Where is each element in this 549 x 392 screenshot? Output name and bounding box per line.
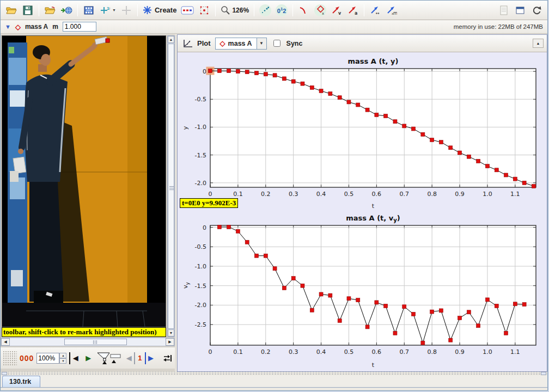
svg-text:0.5: 0.5: [344, 191, 354, 198]
window-layout-button[interactable]: [513, 3, 528, 17]
scroll-left-button[interactable]: ◀: [1, 338, 10, 346]
dropdown-arrow-button[interactable]: ▼: [257, 38, 266, 49]
player-grip[interactable]: [3, 351, 17, 366]
autotracker-button[interactable]: [197, 3, 212, 17]
rate-up-button[interactable]: ▲: [59, 353, 66, 358]
play-button[interactable]: ▶: [83, 352, 94, 364]
track-name-label[interactable]: mass A: [25, 23, 48, 30]
vector-arrow-icon: ↔: [370, 5, 381, 15]
svg-text:0.1: 0.1: [233, 191, 243, 198]
notes-button[interactable]: [496, 3, 511, 17]
scroll-up-button[interactable]: ▲: [168, 36, 174, 43]
svg-text:0.2: 0.2: [261, 191, 271, 198]
svg-text:0: 0: [209, 191, 212, 198]
tab-130trk[interactable]: 130.trk: [2, 376, 40, 387]
axes-button[interactable]: [119, 3, 134, 17]
svg-text:0: 0: [209, 348, 212, 356]
step-forward-button[interactable]: ▶: [145, 352, 156, 364]
path-curve-icon: [299, 6, 309, 15]
svg-text:0: 0: [203, 224, 206, 231]
acceleration-arrow-icon: a: [347, 5, 358, 15]
sync-label: Sync: [286, 40, 303, 47]
svg-text:-1.5: -1.5: [195, 152, 206, 159]
refresh-icon: [532, 5, 541, 15]
rate-input[interactable]: [36, 353, 59, 364]
save-button[interactable]: [20, 3, 35, 17]
step-back-button[interactable]: ◀: [124, 352, 135, 364]
momentum-button[interactable]: xm: [384, 3, 399, 17]
svg-text:0.8: 0.8: [427, 191, 437, 198]
vectors-button[interactable]: ↔: [368, 3, 383, 17]
collapse-panel-button[interactable]: ▲: [533, 39, 544, 48]
svg-text:-2.5: -2.5: [195, 321, 206, 328]
paths-button[interactable]: [296, 3, 312, 17]
track-toolbar: ▼ ◇ mass A m memory in use: 22MB of 247M…: [1, 20, 547, 34]
video-panel: ▲ ▼ toolbar, shift-click to re-mark high…: [1, 34, 175, 372]
toolbar-separator: [137, 4, 138, 16]
scroll-right-button[interactable]: ▶: [166, 338, 174, 346]
create-button[interactable]: Create: [141, 3, 178, 17]
tracker-window: 10 ▼ Create 126% 012: [0, 0, 548, 391]
svg-text:0.6: 0.6: [372, 191, 382, 198]
svg-text:x: x: [322, 11, 324, 15]
open-library-icon: [45, 5, 56, 15]
selected-track-label: mass A: [228, 40, 252, 47]
calibration-button[interactable]: 10 ▼: [97, 3, 118, 17]
mass-label: m: [52, 23, 58, 30]
horizontal-scroll-track[interactable]: [10, 338, 166, 346]
plot-mass-a-t-y[interactable]: 00.10.20.30.40.50.60.70.80.91.01.10-0.5-…: [180, 54, 548, 211]
plot-view-icon: [182, 39, 193, 48]
open-file-button[interactable]: [4, 3, 19, 17]
svg-text:-0.5: -0.5: [195, 243, 206, 250]
svg-text:-2.0: -2.0: [195, 302, 206, 309]
import-button[interactable]: [59, 3, 74, 17]
mass-input[interactable]: [63, 22, 96, 32]
svg-text:vy: vy: [182, 281, 190, 289]
open-folder-icon: [6, 5, 17, 15]
frame-number: 000: [20, 354, 34, 363]
track-menu-button[interactable]: ▼: [5, 23, 11, 30]
accelerations-button[interactable]: a: [345, 3, 361, 17]
player-slider[interactable]: [96, 352, 121, 365]
tab-bar: 130.trk: [1, 375, 547, 388]
zoom-button[interactable]: 126%: [219, 3, 251, 17]
svg-text:1.1: 1.1: [510, 191, 520, 198]
track-point-marker: [106, 39, 109, 42]
clip-settings-button[interactable]: [81, 3, 96, 17]
scroll-grip: [93, 340, 98, 344]
sync-checkbox[interactable]: [273, 40, 280, 47]
dropdown-arrow-icon: ▼: [112, 8, 116, 12]
reset-button[interactable]: ◀: [69, 352, 80, 364]
svg-text:-1.0: -1.0: [195, 124, 206, 131]
labels-button[interactable]: 012: [274, 3, 289, 17]
filmstrip-icon: [84, 6, 94, 15]
horizontal-scroll-thumb[interactable]: [64, 339, 127, 345]
svg-text:0.5: 0.5: [344, 348, 354, 356]
refresh-button[interactable]: [529, 3, 544, 17]
svg-text:0.8: 0.8: [427, 348, 437, 356]
svg-text:1.1: 1.1: [510, 348, 520, 356]
trails-icon: [259, 4, 271, 16]
axes-crosshair-icon: [121, 5, 131, 15]
video-horizontal-scrollbar[interactable]: ◀ ▶: [1, 338, 175, 346]
hint-bar: toolbar, shift-click to re-mark highligh…: [2, 327, 166, 337]
scroll-down-button[interactable]: ▼: [168, 329, 174, 336]
plot-mass-a-t-vy[interactable]: 00.10.20.30.40.50.60.70.80.91.01.10-0.5-…: [180, 212, 548, 370]
trails-button[interactable]: [258, 3, 273, 17]
rate-spinner[interactable]: ▲ ▼: [36, 353, 66, 364]
velocities-button[interactable]: v: [329, 3, 344, 17]
video-frame: [2, 36, 166, 327]
plot-panel: Plot ◇ mass A ▼ Sync ▲ 00.10.20.30.40.50…: [177, 34, 547, 372]
track-selector-dropdown[interactable]: ◇ mass A ▼: [215, 38, 267, 50]
video-vertical-scrollbar[interactable]: ▲ ▼: [167, 35, 175, 337]
svg-text:0.2: 0.2: [261, 348, 271, 356]
vertical-scroll-thumb[interactable]: [168, 44, 174, 329]
open-library-button[interactable]: [42, 3, 58, 17]
step-size-label[interactable]: 1: [138, 354, 142, 362]
loop-button[interactable]: [163, 354, 173, 363]
video-view[interactable]: [2, 35, 166, 327]
positions-button[interactable]: x: [313, 3, 328, 17]
rate-down-button[interactable]: ▼: [59, 358, 66, 364]
window-icon: [516, 7, 524, 14]
track-control-button[interactable]: [179, 3, 196, 17]
